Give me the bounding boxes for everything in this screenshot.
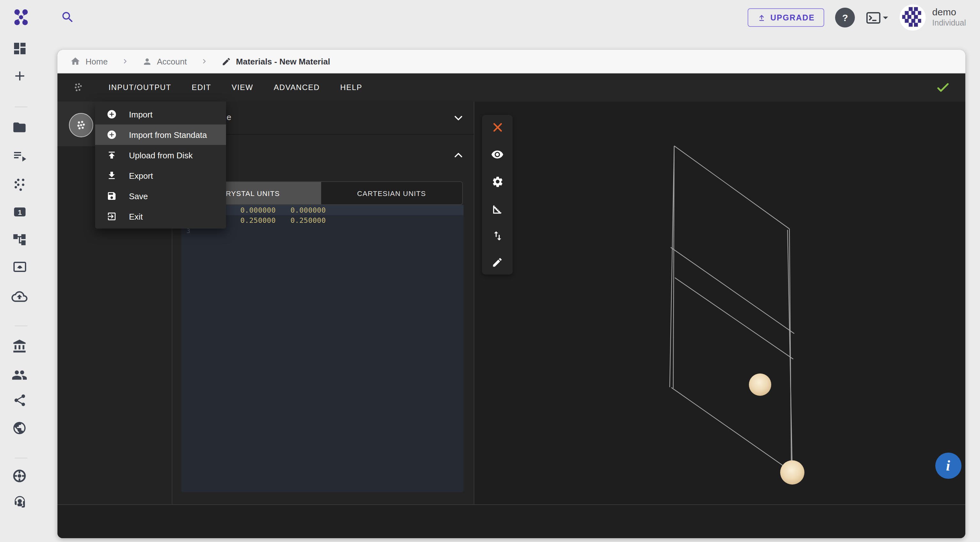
application-window: { "topbar": { "upgrade_label": "UPGRADE"… [0, 0, 980, 542]
crystal-wireframe [474, 102, 965, 505]
sidebar-item-jobs[interactable] [0, 148, 39, 164]
groups-icon [11, 367, 27, 383]
top-bar: UPGRADE ? [0, 0, 980, 35]
ruler-icon[interactable] [491, 203, 503, 215]
help-icon[interactable]: ? [835, 8, 855, 27]
pencil-icon[interactable] [492, 257, 503, 268]
coord-cell: 0.000000 [291, 206, 340, 214]
coord-cell: 0.250000 [240, 216, 291, 224]
green-check-icon [935, 79, 951, 96]
sidebar-item-projects[interactable] [0, 120, 39, 135]
material-dots-icon [73, 82, 84, 93]
three-d-viewer[interactable]: i [474, 102, 965, 505]
designer-footer [57, 504, 965, 538]
sidebar-item-workflows[interactable] [0, 232, 39, 247]
pencil-icon [221, 57, 231, 66]
grain-icon [12, 176, 27, 191]
user-role: Individual [932, 19, 966, 29]
folder-icon [12, 120, 27, 135]
menu-advanced[interactable]: ADVANCED [263, 83, 330, 92]
atom-sphere[interactable] [780, 460, 805, 485]
save-icon [107, 191, 117, 201]
sidebar-item-media[interactable] [0, 259, 39, 275]
menu-item-import-from-standata[interactable]: Import from Standata [95, 124, 226, 145]
sidebar-divider [15, 326, 27, 326]
sidebar-item-bank[interactable] [0, 339, 39, 354]
user-menu[interactable]: demo Individual [900, 5, 966, 31]
sidebar-item-support-agent[interactable] [0, 494, 39, 509]
upgrade-icon [757, 13, 766, 22]
menu-item-upload-from-disk[interactable]: Upload from Disk [95, 145, 226, 165]
exit-icon [107, 211, 117, 221]
sidebar-item-support-wheel[interactable] [0, 469, 39, 483]
share-icon [13, 393, 27, 407]
tree-icon [12, 232, 27, 247]
breadcrumb-account[interactable]: Account [157, 57, 187, 66]
plus-circle-icon [107, 130, 117, 140]
breadcrumb-home[interactable]: Home [86, 57, 108, 66]
close-icon[interactable] [491, 121, 503, 134]
sidebar-item-dashboard[interactable] [0, 41, 39, 56]
sidebar-item-bank-1[interactable]: 1 [0, 204, 39, 219]
chevron-down-icon [452, 111, 465, 124]
breadcrumb: Home Account Materials - New Material [57, 50, 965, 73]
sidebar-item-share[interactable] [0, 393, 39, 407]
input-output-dropdown: Import Import from Standata Upload from … [95, 102, 226, 229]
person-icon [142, 57, 152, 66]
avatar [900, 5, 926, 31]
tab-cartesian-units[interactable]: CARTESIAN UNITS [321, 182, 462, 204]
mat3ra-logo-icon[interactable] [11, 8, 31, 27]
viewer-toolbar [482, 115, 513, 275]
headset-icon [12, 494, 27, 509]
card-one-icon: 1 [12, 204, 27, 219]
console-menu-button[interactable] [866, 11, 889, 24]
menu-view[interactable]: VIEW [221, 83, 264, 92]
info-button[interactable]: i [935, 453, 961, 479]
sidebar-item-materials[interactable] [0, 176, 39, 191]
chevron-up-icon [452, 149, 465, 162]
upgrade-button[interactable]: UPGRADE [747, 8, 824, 27]
menu-item-export[interactable]: Export [95, 165, 226, 186]
menu-item-import[interactable]: Import [95, 104, 226, 124]
playlist-play-icon [12, 148, 27, 164]
svg-text:1: 1 [18, 208, 21, 216]
basis-coordinates-editor[interactable]: 0.000000 0.000000 0.000000 0.250000 0.25… [181, 205, 463, 492]
chevron-down-icon [882, 14, 889, 21]
sidebar-item-web[interactable] [0, 421, 39, 436]
swap-vertical-icon[interactable] [491, 230, 503, 242]
menu-item-save[interactable]: Save [95, 186, 226, 206]
sidebar-divider [15, 458, 27, 458]
sidebar-divider [15, 106, 27, 107]
upgrade-label: UPGRADE [770, 13, 815, 22]
sidebar-item-create[interactable] [0, 68, 39, 84]
sidebar-item-uploads[interactable] [0, 289, 39, 305]
wheel-icon [12, 469, 27, 483]
sidebar-item-teams[interactable] [0, 367, 39, 383]
cloud-upload-icon [11, 289, 27, 305]
menu-edit[interactable]: EDIT [181, 83, 221, 92]
plus-icon [12, 68, 27, 84]
menu-input-output[interactable]: INPUT/OUTPUT [98, 83, 181, 92]
designer-menubar: INPUT/OUTPUT EDIT VIEW ADVANCED HELP [57, 73, 965, 102]
dashboard-icon [12, 41, 27, 56]
search-icon[interactable] [60, 10, 75, 24]
chevron-right-icon [199, 57, 208, 66]
menu-help[interactable]: HELP [330, 83, 372, 92]
terminal-icon [866, 11, 881, 24]
eye-icon[interactable] [491, 148, 504, 161]
image-icon [12, 259, 27, 275]
material-avatar[interactable] [69, 113, 93, 137]
section-title-fragment: e [227, 112, 231, 122]
material-dots-icon [75, 119, 88, 132]
coord-cell: 0.250000 [291, 216, 340, 224]
atom-sphere[interactable] [749, 374, 771, 396]
plus-circle-icon [107, 109, 117, 119]
chevron-right-icon [120, 57, 129, 66]
user-name: demo [932, 7, 966, 19]
menu-item-exit[interactable]: Exit [95, 206, 226, 227]
upload-icon [107, 150, 117, 160]
gear-icon[interactable] [491, 176, 503, 188]
bank-icon [12, 339, 27, 354]
home-icon [70, 56, 80, 67]
download-icon [107, 170, 117, 181]
